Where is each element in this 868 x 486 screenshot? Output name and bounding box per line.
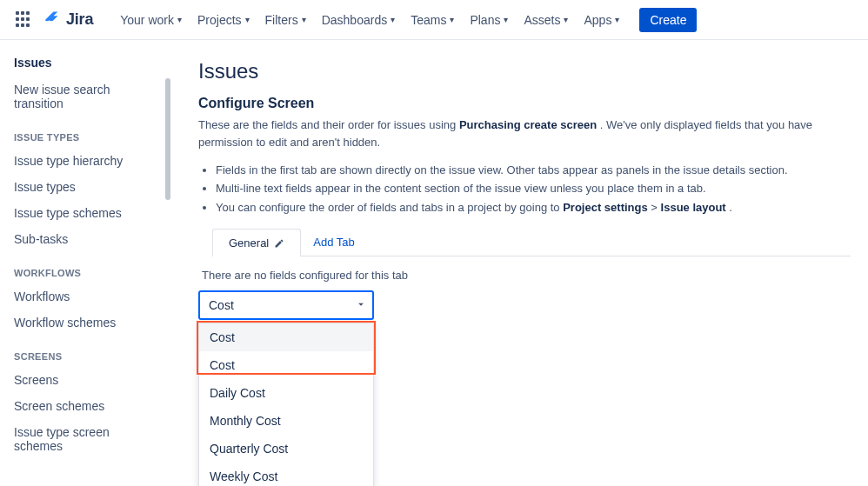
configure-screen-heading: Configure Screen bbox=[198, 96, 851, 111]
top-nav: Jira Your work▾Projects▾Filters▾Dashboar… bbox=[0, 0, 868, 40]
field-option[interactable]: Daily Cost bbox=[199, 379, 373, 407]
sidebar-link-issue-type-hierarchy[interactable]: Issue type hierarchy bbox=[0, 148, 170, 174]
sidebar-link-issue-type-schemes[interactable]: Issue type schemes bbox=[0, 200, 170, 226]
chevron-down-icon: ▾ bbox=[564, 15, 568, 24]
rule-item: Multi-line text fields appear in the con… bbox=[216, 179, 851, 197]
sidebar-link-sub-tasks[interactable]: Sub-tasks bbox=[0, 226, 170, 252]
tab-label: General bbox=[229, 236, 269, 250]
sidebar-title: Issues bbox=[0, 47, 170, 77]
pencil-icon[interactable] bbox=[274, 238, 284, 249]
field-option[interactable]: Cost bbox=[199, 323, 373, 351]
page-title: Issues bbox=[198, 59, 851, 83]
chevron-down-icon: ▾ bbox=[177, 15, 182, 24]
rules-list: Fields in the first tab are shown direct… bbox=[198, 161, 851, 216]
sidebar-link-new-search[interactable]: New issue search transition bbox=[0, 77, 170, 117]
nav-item-projects[interactable]: Projects▾ bbox=[190, 8, 257, 32]
chevron-down-icon: ▾ bbox=[245, 15, 250, 24]
nav-item-teams[interactable]: Teams▾ bbox=[403, 8, 462, 32]
sidebar-link-workflow-schemes[interactable]: Workflow schemes bbox=[0, 310, 170, 336]
lead-text: These are the fields and their order for… bbox=[198, 117, 851, 150]
chevron-down-icon: ▾ bbox=[391, 15, 395, 24]
jira-logo[interactable]: Jira bbox=[43, 10, 93, 30]
empty-fields-message: There are no fields configured for this … bbox=[202, 269, 851, 282]
nav-item-filters[interactable]: Filters▾ bbox=[257, 8, 314, 32]
sidebar-link-screens[interactable]: Screens bbox=[0, 367, 170, 393]
sidebar-link-screen-schemes[interactable]: Screen schemes bbox=[0, 393, 170, 419]
rule-item: Fields in the first tab are shown direct… bbox=[216, 161, 851, 179]
field-option[interactable]: Cost bbox=[199, 351, 373, 379]
app-switcher-icon[interactable] bbox=[16, 11, 33, 29]
sidebar-scrollbar[interactable] bbox=[164, 40, 170, 486]
rule-item: You can configure the order of fields an… bbox=[216, 198, 851, 216]
nav-item-your-work[interactable]: Your work▾ bbox=[112, 8, 190, 32]
nav-item-assets[interactable]: Assets▾ bbox=[516, 8, 576, 32]
nav-item-apps[interactable]: Apps▾ bbox=[576, 8, 627, 32]
main-content: Issues Configure Screen These are the fi… bbox=[170, 40, 868, 486]
field-option[interactable]: Quarterly Cost bbox=[199, 435, 373, 463]
field-option[interactable]: Weekly Cost bbox=[199, 463, 373, 486]
jira-logo-text: Jira bbox=[66, 10, 93, 29]
sidebar-link-workflows[interactable]: Workflows bbox=[0, 283, 170, 310]
sidebar-group-label: Screens bbox=[0, 336, 170, 367]
chevron-down-icon: ▾ bbox=[302, 15, 306, 24]
jira-icon bbox=[43, 10, 63, 30]
sidebar-link-issue-type-screen-schemes[interactable]: Issue type screen schemes bbox=[0, 419, 170, 459]
sidebar-scroll-thumb[interactable] bbox=[165, 78, 170, 200]
field-select-menu: CostCostDaily CostMonthly CostQuarterly … bbox=[198, 323, 374, 486]
nav-item-plans[interactable]: Plans▾ bbox=[462, 8, 516, 32]
sidebar-group-label: Issue Types bbox=[0, 117, 170, 148]
nav-item-dashboards[interactable]: Dashboards▾ bbox=[314, 8, 404, 32]
tab-strip: General Add Tab bbox=[212, 229, 851, 256]
sidebar-group-label: Workflows bbox=[0, 252, 170, 283]
create-button[interactable]: Create bbox=[639, 8, 697, 32]
chevron-down-icon: ▾ bbox=[615, 15, 619, 24]
field-option[interactable]: Monthly Cost bbox=[199, 407, 373, 435]
chevron-down-icon: ▾ bbox=[504, 15, 508, 24]
sidebar-link-issue-types[interactable]: Issue types bbox=[0, 174, 170, 200]
sidebar: Issues New issue search transition Issue… bbox=[0, 40, 170, 486]
field-select-wrap: CostCostDaily CostMonthly CostQuarterly … bbox=[198, 290, 374, 320]
tab-general[interactable]: General bbox=[212, 229, 301, 256]
field-select-input[interactable] bbox=[198, 290, 374, 320]
chevron-down-icon: ▾ bbox=[450, 15, 454, 24]
add-tab-link[interactable]: Add Tab bbox=[301, 229, 366, 256]
